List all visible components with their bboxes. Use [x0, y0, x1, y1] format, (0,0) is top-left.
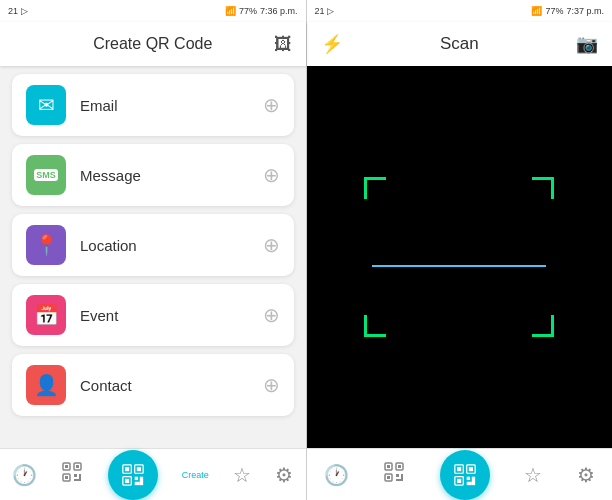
add-location-icon[interactable]: ⊕	[263, 233, 280, 257]
wifi-icon: 📶	[225, 6, 236, 16]
svg-rect-3	[65, 465, 68, 468]
status-right-signal: 21 ▷	[315, 6, 335, 16]
contact-icon: 👤	[26, 365, 66, 405]
bottom-nav-right: 🕐	[307, 448, 613, 500]
event-label: Event	[80, 307, 263, 324]
status-right-icons: 📶 77% 7:37 p.m.	[531, 6, 604, 16]
create-label: Create	[182, 470, 209, 480]
nav-settings-left[interactable]: ⚙	[275, 463, 293, 487]
svg-rect-32	[469, 466, 473, 470]
contact-label: Contact	[80, 377, 263, 394]
svg-rect-24	[396, 474, 399, 477]
qrlist-icon-right	[383, 461, 405, 488]
left-panel: 21 ▷ 📶 77% 7:36 p.m. Create QR Code 🖼 ✉ …	[0, 0, 306, 500]
sms-icon: SMS	[26, 155, 66, 195]
nav-favorites-right[interactable]: ☆	[524, 463, 542, 487]
message-label: Message	[80, 167, 263, 184]
svg-rect-33	[466, 476, 469, 479]
flash-icon[interactable]: ⚡	[321, 33, 343, 55]
history-icon-right: 🕐	[324, 463, 349, 487]
svg-rect-21	[387, 465, 390, 468]
svg-rect-14	[136, 466, 140, 470]
header-right: ⚡ Scan 📷	[307, 22, 613, 66]
favorites-icon-left: ☆	[233, 463, 251, 487]
svg-rect-7	[79, 474, 81, 481]
add-contact-icon[interactable]: ⊕	[263, 373, 280, 397]
status-bar-left: 21 ▷ 📶 77% 7:36 p.m.	[0, 0, 306, 22]
menu-item-email[interactable]: ✉ Email ⊕	[12, 74, 294, 136]
svg-rect-25	[401, 474, 403, 481]
qrlist-icon-left	[61, 461, 83, 488]
svg-rect-6	[74, 474, 77, 477]
scan-frame	[364, 177, 554, 337]
create-qr-button[interactable]	[108, 450, 158, 500]
add-message-icon[interactable]: ⊕	[263, 163, 280, 187]
wifi-icon-right: 📶	[531, 6, 542, 16]
header-left: Create QR Code 🖼	[0, 22, 306, 66]
menu-item-event[interactable]: 📅 Event ⊕	[12, 284, 294, 346]
location-label: Location	[80, 237, 263, 254]
email-label: Email	[80, 97, 263, 114]
time-left: 7:36 p.m.	[260, 6, 298, 16]
camera-switch-icon[interactable]: 📷	[576, 33, 598, 55]
nav-qrlist-left[interactable]	[61, 461, 83, 488]
settings-icon-right: ⚙	[577, 463, 595, 487]
settings-icon-left: ⚙	[275, 463, 293, 487]
scan-qr-button[interactable]	[440, 450, 490, 500]
nav-settings-right[interactable]: ⚙	[577, 463, 595, 487]
svg-rect-22	[387, 476, 390, 479]
svg-rect-13	[125, 478, 129, 482]
svg-rect-31	[457, 478, 461, 482]
svg-rect-26	[396, 479, 401, 481]
email-icon: ✉	[26, 85, 66, 125]
add-event-icon[interactable]: ⊕	[263, 303, 280, 327]
menu-item-contact[interactable]: 👤 Contact ⊕	[12, 354, 294, 416]
corner-br	[532, 315, 554, 337]
battery-text-right: 77%	[545, 6, 563, 16]
page-title-left: Create QR Code	[93, 35, 212, 53]
status-bar-right: 21 ▷ 📶 77% 7:37 p.m.	[307, 0, 613, 22]
history-icon-left: 🕐	[12, 463, 37, 487]
favorites-icon-right: ☆	[524, 463, 542, 487]
nav-qrlist-right[interactable]	[383, 461, 405, 488]
svg-rect-30	[457, 466, 461, 470]
corner-tl	[364, 177, 386, 199]
svg-rect-16	[139, 476, 142, 484]
scanner-area	[307, 66, 613, 448]
svg-rect-34	[472, 476, 475, 484]
svg-rect-8	[74, 479, 79, 481]
svg-rect-23	[398, 465, 401, 468]
gallery-icon[interactable]: 🖼	[274, 34, 292, 55]
svg-rect-5	[76, 465, 79, 468]
svg-rect-15	[134, 476, 137, 479]
svg-rect-12	[125, 466, 129, 470]
status-left-signal: 21 ▷	[8, 6, 28, 16]
event-icon: 📅	[26, 295, 66, 335]
svg-rect-35	[466, 481, 471, 484]
add-email-icon[interactable]: ⊕	[263, 93, 280, 117]
nav-favorites-left[interactable]: ☆	[233, 463, 251, 487]
nav-create-label-left: Create	[182, 469, 209, 480]
bottom-nav-left: 🕐	[0, 448, 306, 500]
svg-rect-17	[134, 481, 139, 484]
scan-line	[372, 265, 546, 267]
corner-tr	[532, 177, 554, 199]
right-panel: 21 ▷ 📶 77% 7:37 p.m. ⚡ Scan 📷 🕐	[307, 0, 613, 500]
menu-list: ✉ Email ⊕ SMS Message ⊕ 📍 Location ⊕ 📅 E…	[0, 66, 306, 448]
nav-history-right[interactable]: 🕐	[324, 463, 349, 487]
corner-bl	[364, 315, 386, 337]
location-icon: 📍	[26, 225, 66, 265]
menu-item-message[interactable]: SMS Message ⊕	[12, 144, 294, 206]
svg-rect-4	[65, 476, 68, 479]
page-title-right: Scan	[440, 34, 479, 54]
status-left-icons: 📶 77% 7:36 p.m.	[225, 6, 298, 16]
nav-history-left[interactable]: 🕐	[12, 463, 37, 487]
battery-text: 77%	[239, 6, 257, 16]
menu-item-location[interactable]: 📍 Location ⊕	[12, 214, 294, 276]
time-right: 7:37 p.m.	[566, 6, 604, 16]
